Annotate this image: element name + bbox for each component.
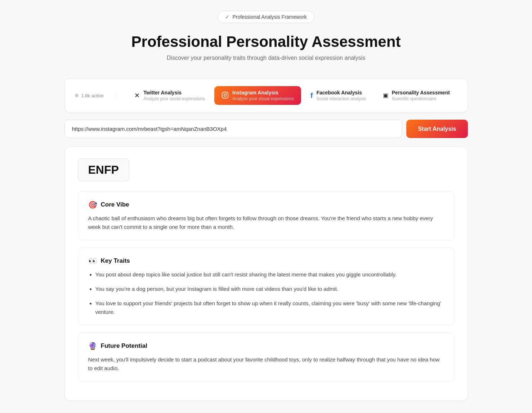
- personality-tab-subtitle: Scientific questionnaire: [392, 96, 450, 101]
- trait-item: You love to support your friends' projec…: [95, 299, 444, 316]
- future-potential-title: Future Potential: [101, 342, 147, 350]
- twitter-icon: ✕: [134, 92, 140, 99]
- key-traits-emoji: 👀: [88, 257, 97, 265]
- tab-card: 1.8k active ✕ Twitter Analysis Analyze y…: [64, 79, 468, 112]
- future-potential-emoji: 🔮: [88, 342, 97, 350]
- personality-tab-title: Personality Assessment: [392, 90, 450, 96]
- url-input[interactable]: [64, 120, 402, 138]
- core-vibe-title: Core Vibe: [101, 201, 129, 208]
- active-dot: [75, 94, 79, 97]
- trait-item: You post about deep topics like social j…: [95, 270, 444, 279]
- core-vibe-emoji: 🎯: [88, 200, 97, 209]
- instagram-icon: [222, 92, 229, 100]
- url-row: Start Analysis: [64, 120, 468, 138]
- badge-label: Professional Analysis Framework: [232, 14, 307, 20]
- facebook-tab-subtitle: Social interaction analysis: [316, 96, 366, 101]
- future-potential-section: 🔮 Future Potential Next week, you'll imp…: [78, 333, 455, 382]
- core-vibe-body: A chaotic ball of enthusiasm who dreams …: [88, 214, 444, 231]
- active-count: 1.8k active: [81, 93, 104, 98]
- results-card: ENFP 🎯 Core Vibe A chaotic ball of enthu…: [64, 147, 468, 401]
- key-traits-title: Key Traits: [101, 257, 130, 265]
- tab-personality[interactable]: ▣ Personality Assessment Scientific ques…: [376, 86, 457, 105]
- facebook-icon: f: [310, 92, 313, 99]
- svg-rect-0: [222, 92, 228, 98]
- personality-icon: ▣: [383, 93, 388, 98]
- trait-item: You say you're a dog person, but your In…: [95, 285, 444, 293]
- tab-twitter[interactable]: ✕ Twitter Analysis Analyze your social e…: [127, 86, 212, 105]
- instagram-tab-title: Instagram Analysis: [232, 90, 294, 96]
- future-potential-body: Next week, you'll impulsively decide to …: [88, 355, 444, 373]
- start-analysis-button[interactable]: Start Analysis: [406, 120, 468, 138]
- instagram-tab-subtitle: Analyze your visual expressions: [232, 96, 294, 101]
- traits-list: You post about deep topics like social j…: [88, 270, 444, 316]
- framework-badge: ✓ Professional Analysis Framework: [218, 11, 314, 23]
- twitter-tab-title: Twitter Analysis: [143, 90, 205, 96]
- twitter-tab-subtitle: Analyze your social expressions: [143, 96, 205, 101]
- tab-instagram[interactable]: Instagram Analysis Analyze your visual e…: [214, 86, 301, 105]
- hero-section: Professional Personality Assessment Disc…: [64, 33, 468, 61]
- active-users: 1.8k active: [75, 93, 116, 98]
- svg-point-1: [224, 94, 227, 96]
- tab-facebook[interactable]: f Facebook Analysis Social interaction a…: [303, 86, 374, 105]
- svg-point-2: [227, 93, 227, 94]
- key-traits-section: 👀 Key Traits You post about deep topics …: [78, 248, 455, 325]
- mbti-badge: ENFP: [78, 159, 129, 181]
- check-icon: ✓: [225, 14, 229, 20]
- tabs-list: ✕ Twitter Analysis Analyze your social e…: [127, 86, 457, 105]
- page-title: Professional Personality Assessment: [64, 33, 468, 50]
- page-subtitle: Discover your personality traits through…: [64, 55, 468, 61]
- facebook-tab-title: Facebook Analysis: [316, 90, 366, 96]
- core-vibe-section: 🎯 Core Vibe A chaotic ball of enthusiasm…: [78, 191, 455, 240]
